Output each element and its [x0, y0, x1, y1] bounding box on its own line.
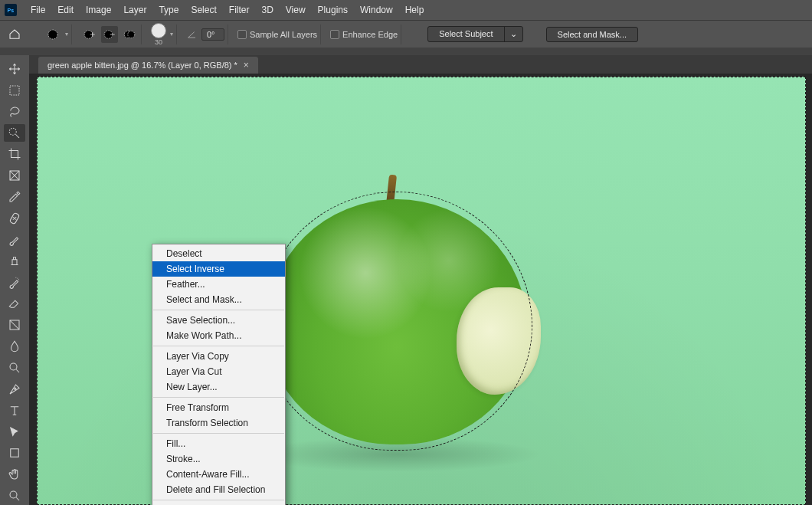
sample-all-layers-checkbox[interactable]: Sample All Layers	[237, 30, 317, 39]
lasso-tool-icon[interactable]	[4, 103, 25, 121]
marquee-apple	[260, 192, 532, 451]
ctx-select-inverse[interactable]: Select Inverse	[152, 261, 285, 277]
workspace: green apple bitten.jpg @ 16.7% (Layer 0,…	[0, 55, 812, 505]
document-tab-bar: green apple bitten.jpg @ 16.7% (Layer 0,…	[29, 55, 812, 74]
intersect-selection-icon[interactable]	[121, 26, 138, 43]
enhance-edge-checkbox[interactable]: Enhance Edge	[330, 30, 398, 39]
marquee-tool-icon[interactable]	[4, 81, 25, 100]
document-area: green apple bitten.jpg @ 16.7% (Layer 0,…	[29, 55, 812, 505]
gradient-tool-icon[interactable]	[4, 316, 25, 334]
options-bar: ▾ 30 ▾ 0° Sample All Layers Enhance Edge	[0, 20, 812, 48]
menu-edit[interactable]: Edit	[51, 3, 80, 17]
svg-point-14	[10, 491, 17, 498]
menu-view[interactable]: View	[280, 3, 312, 17]
crop-tool-icon[interactable]	[4, 145, 25, 163]
ctx-feather[interactable]: Feather...	[152, 277, 285, 292]
svg-point-12	[15, 388, 16, 389]
select-subject-split-button[interactable]: Select Subject ⌄	[427, 26, 522, 42]
panel-collapse-strip[interactable]	[0, 48, 812, 55]
blur-tool-icon[interactable]	[4, 337, 25, 356]
frame-tool-icon[interactable]	[4, 166, 25, 185]
canvas-viewport[interactable]: Deselect Select Inverse Feather... Selec…	[29, 74, 812, 505]
svg-rect-13	[11, 449, 19, 457]
ctx-fill[interactable]: Fill...	[152, 436, 285, 451]
quick-selection-tool-icon[interactable]	[4, 124, 25, 143]
brush-tool-icon[interactable]	[4, 231, 25, 249]
chevron-down-icon[interactable]: ▾	[170, 31, 173, 38]
select-subject-button[interactable]: Select Subject	[428, 27, 504, 41]
menu-select[interactable]: Select	[185, 3, 222, 17]
svg-rect-6	[10, 86, 19, 95]
home-icon[interactable]	[8, 28, 21, 41]
sample-all-layers-label: Sample All Layers	[250, 30, 317, 39]
menu-help[interactable]: Help	[399, 3, 431, 17]
shape-tool-icon[interactable]	[4, 444, 25, 462]
menu-3d[interactable]: 3D	[255, 3, 279, 17]
subtract-selection-icon[interactable]	[101, 26, 118, 43]
brush-preview-icon[interactable]	[151, 23, 166, 38]
menu-window[interactable]: Window	[354, 3, 399, 17]
ctx-content-aware-fill[interactable]: Content-Aware Fill...	[152, 467, 285, 482]
ctx-transform-selection[interactable]: Transform Selection	[152, 415, 285, 431]
menu-type[interactable]: Type	[152, 3, 185, 17]
chevron-down-icon[interactable]: ⌄	[505, 27, 522, 41]
menu-bar: Ps File Edit Image Layer Type Select Fil…	[0, 0, 812, 20]
dodge-tool-icon[interactable]	[4, 359, 25, 377]
eyedropper-tool-icon[interactable]	[4, 188, 25, 206]
ctx-delete-fill-selection[interactable]: Delete and Fill Selection	[152, 482, 285, 497]
move-tool-icon[interactable]	[4, 60, 25, 78]
path-selection-tool-icon[interactable]	[4, 423, 25, 441]
menu-plugins[interactable]: Plugins	[312, 3, 354, 17]
document-tab-title: green apple bitten.jpg @ 16.7% (Layer 0,…	[47, 61, 237, 70]
canvas[interactable]: Deselect Select Inverse Feather... Selec…	[37, 77, 806, 505]
svg-point-5	[128, 31, 135, 38]
add-selection-icon[interactable]	[81, 26, 98, 43]
ctx-deselect[interactable]: Deselect	[152, 246, 285, 261]
select-and-mask-button[interactable]: Select and Mask...	[546, 27, 639, 42]
context-menu: Deselect Select Inverse Feather... Selec…	[152, 244, 286, 505]
svg-point-11	[10, 363, 17, 370]
menu-filter[interactable]: Filter	[223, 3, 256, 17]
chevron-down-icon[interactable]: ▾	[65, 31, 68, 38]
ctx-stroke[interactable]: Stroke...	[152, 451, 285, 467]
healing-brush-tool-icon[interactable]	[4, 209, 25, 228]
enhance-edge-label: Enhance Edge	[342, 30, 398, 39]
menu-image[interactable]: Image	[80, 3, 117, 17]
ctx-save-selection[interactable]: Save Selection...	[152, 313, 285, 328]
ctx-select-and-mask[interactable]: Select and Mask...	[152, 292, 285, 307]
tools-panel	[0, 55, 29, 505]
ctx-free-transform[interactable]: Free Transform	[152, 400, 285, 415]
svg-point-7	[9, 128, 16, 135]
svg-point-1	[48, 30, 57, 39]
menu-layer[interactable]: Layer	[117, 3, 152, 17]
document-tab[interactable]: green apple bitten.jpg @ 16.7% (Layer 0,…	[38, 57, 258, 74]
eraser-tool-icon[interactable]	[4, 294, 25, 313]
svg-text:Ps: Ps	[8, 8, 15, 13]
app-logo: Ps	[5, 4, 17, 16]
zoom-tool-icon[interactable]	[4, 487, 25, 505]
ctx-layer-via-copy[interactable]: Layer Via Copy	[152, 349, 285, 364]
history-brush-tool-icon[interactable]	[4, 274, 25, 292]
clone-stamp-tool-icon[interactable]	[4, 252, 25, 271]
type-tool-icon[interactable]	[4, 402, 25, 420]
angle-input[interactable]: 0°	[201, 28, 224, 41]
new-selection-icon[interactable]	[44, 26, 61, 43]
brush-size-value: 30	[155, 38, 162, 46]
ctx-new-layer[interactable]: New Layer...	[152, 379, 285, 395]
pen-tool-icon[interactable]	[4, 380, 25, 398]
ctx-make-work-path[interactable]: Make Work Path...	[152, 328, 285, 343]
ctx-layer-via-cut[interactable]: Layer Via Cut	[152, 364, 285, 379]
angle-icon	[186, 28, 198, 41]
close-icon[interactable]: ×	[244, 60, 249, 71]
hand-tool-icon[interactable]	[4, 465, 25, 484]
menu-file[interactable]: File	[25, 3, 51, 17]
